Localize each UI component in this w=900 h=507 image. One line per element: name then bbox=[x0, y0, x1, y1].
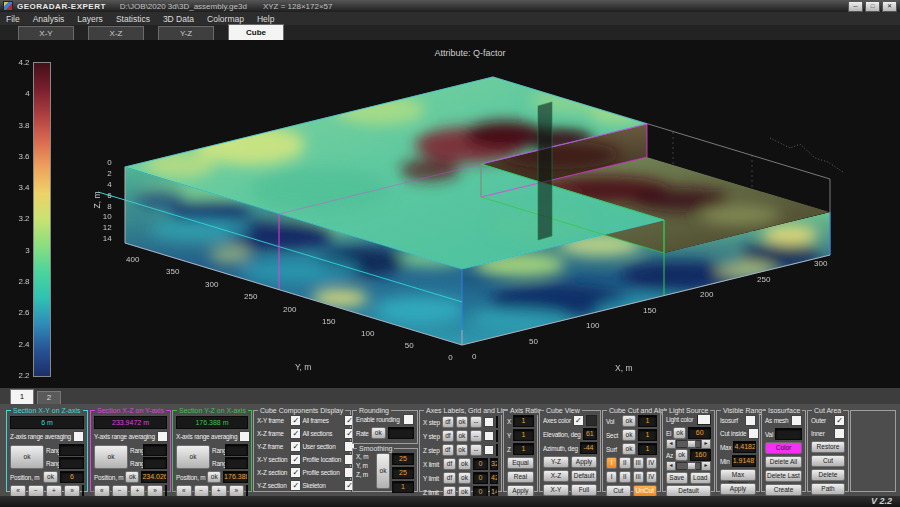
yz-position-field[interactable]: 176.388 bbox=[223, 471, 248, 483]
cut-area-delete-button[interactable]: Delete bbox=[811, 469, 845, 481]
xz-position-field[interactable]: 234.026 bbox=[141, 471, 167, 483]
y-range-averaging-checkbox[interactable] bbox=[157, 431, 168, 442]
sect-ok-button[interactable]: ok bbox=[622, 429, 636, 441]
x-range-averaging-checkbox[interactable] bbox=[239, 431, 250, 442]
view-full-button[interactable]: Full bbox=[571, 484, 597, 496]
x-limit-df-button[interactable]: df bbox=[443, 458, 456, 470]
outer-checkbox[interactable]: ✓ bbox=[834, 415, 845, 426]
light-save-button[interactable]: Save bbox=[666, 472, 688, 484]
light-elevation-field[interactable]: 60 bbox=[688, 427, 711, 439]
menu-statistics[interactable]: Statistics bbox=[116, 14, 150, 24]
yz-section-checkbox[interactable]: ✓ bbox=[290, 480, 301, 491]
x-step-grid-button[interactable]: -- bbox=[470, 416, 482, 428]
menu-layers[interactable]: Layers bbox=[77, 14, 103, 24]
vol-ok-button[interactable]: ok bbox=[622, 415, 636, 427]
rate-field[interactable] bbox=[388, 427, 414, 439]
menu-colormap[interactable]: Colormap bbox=[207, 14, 244, 24]
smoothing-y-field[interactable]: 25 bbox=[392, 467, 414, 479]
light-azimuth-slider[interactable]: ◄► bbox=[666, 462, 711, 470]
restore-button[interactable]: Restore bbox=[811, 441, 845, 453]
tab-cube[interactable]: Cube bbox=[228, 24, 284, 40]
octant-2-top-button[interactable]: II bbox=[619, 457, 630, 469]
as-mesh-checkbox[interactable] bbox=[791, 415, 802, 426]
xz-position-ok-button[interactable]: ok bbox=[125, 471, 139, 483]
menu-analysis[interactable]: Analysis bbox=[33, 14, 65, 24]
xy-frame-checkbox[interactable]: ✓ bbox=[290, 415, 301, 426]
tab-y-z[interactable]: Y-Z bbox=[158, 26, 214, 40]
z-range-averaging-checkbox[interactable] bbox=[73, 431, 84, 442]
colorbar[interactable] bbox=[33, 62, 51, 377]
inner-checkbox[interactable] bbox=[834, 428, 845, 439]
octant-1-top-button[interactable]: I bbox=[606, 457, 617, 469]
vol-alpha-field[interactable]: 1 bbox=[638, 415, 657, 427]
z-step-ok-button[interactable]: ok bbox=[456, 444, 468, 456]
smoothing-x-field[interactable]: 25 bbox=[392, 453, 414, 465]
yz-position-ok-button[interactable]: ok bbox=[207, 471, 221, 483]
yz-range-ok-button[interactable]: ok bbox=[176, 445, 210, 469]
slider-right-arrow[interactable]: ► bbox=[701, 461, 711, 471]
y-step-grid-button[interactable]: -- bbox=[470, 430, 482, 442]
xz-frame-checkbox[interactable]: ✓ bbox=[290, 428, 301, 439]
axes-color-checkbox[interactable]: ✓ bbox=[573, 415, 584, 426]
max-range-button[interactable]: Max Range bbox=[720, 469, 756, 481]
azimuth-light-ok-button[interactable]: ok bbox=[675, 449, 688, 461]
enable-rounding-checkbox[interactable] bbox=[403, 414, 414, 425]
isosurface-color-button[interactable]: Color bbox=[765, 442, 802, 454]
sect-alpha-field[interactable]: 1 bbox=[638, 429, 657, 441]
panel-page-tab-2[interactable]: 2 bbox=[37, 391, 61, 404]
surf-ok-button[interactable]: ok bbox=[622, 443, 636, 455]
view-yz-button[interactable]: Y-Z bbox=[543, 456, 569, 468]
y-step-field[interactable]: 50 bbox=[496, 430, 498, 442]
isosurface-val-field[interactable] bbox=[775, 428, 802, 440]
xy-range-limit-1-field[interactable] bbox=[59, 444, 84, 456]
xy-section-checkbox[interactable]: ✓ bbox=[290, 454, 301, 465]
octant-2-bottom-button[interactable]: II bbox=[619, 471, 630, 483]
y-step-ok-button[interactable]: ok bbox=[456, 430, 468, 442]
smoothing-ok-button[interactable]: ok bbox=[376, 453, 390, 489]
y-step-checkbox[interactable] bbox=[484, 431, 494, 441]
light-color-swatch[interactable] bbox=[697, 414, 711, 425]
xy-position-field[interactable]: 6 bbox=[60, 471, 84, 483]
z-step-checkbox[interactable] bbox=[484, 445, 494, 455]
range-max-field[interactable]: 4.41821 bbox=[733, 441, 756, 453]
menu-3d-data[interactable]: 3D Data bbox=[163, 14, 194, 24]
ratio-equal-button[interactable]: Equal bbox=[507, 457, 534, 469]
xy-position-ok-button[interactable]: ok bbox=[43, 471, 58, 483]
z-step-df-button[interactable]: df bbox=[442, 444, 454, 456]
ratio-z-field[interactable]: 1 bbox=[513, 443, 534, 455]
axes-color-swatch[interactable] bbox=[586, 415, 597, 426]
path-button[interactable]: Path bbox=[811, 483, 845, 495]
view-default-button[interactable]: Default bbox=[571, 470, 597, 482]
create-button[interactable]: Create bbox=[765, 484, 802, 496]
tab-x-y[interactable]: X-Y bbox=[18, 26, 74, 40]
panel-page-tab-1[interactable]: 1 bbox=[10, 389, 34, 404]
octant-1-bottom-button[interactable]: I bbox=[606, 471, 617, 483]
yz-range-limit-2-field[interactable] bbox=[225, 457, 248, 469]
x-step-df-button[interactable]: df bbox=[442, 416, 454, 428]
view-apply-button[interactable]: Apply bbox=[571, 456, 597, 468]
view-xz-button[interactable]: X-Z bbox=[543, 470, 569, 482]
ratio-y-field[interactable]: 1 bbox=[513, 429, 534, 441]
y-limit-ok-button[interactable]: ok bbox=[458, 472, 471, 484]
y-limit-min-field[interactable]: 0 bbox=[473, 472, 488, 484]
light-elevation-slider[interactable]: ◄► bbox=[666, 440, 711, 448]
x-limit-max-field[interactable]: 320.6 bbox=[490, 458, 498, 470]
range-min-field[interactable]: 1.91487 bbox=[732, 455, 756, 467]
z-step-grid-button[interactable]: -- bbox=[470, 444, 482, 456]
y-step-df-button[interactable]: df bbox=[442, 430, 454, 442]
range-apply-button[interactable]: Apply bbox=[720, 483, 756, 495]
isosurf-checkbox[interactable] bbox=[745, 415, 756, 426]
delete-last-button[interactable]: Delete Last bbox=[765, 470, 802, 482]
xz-range-limit-1-field[interactable] bbox=[143, 444, 167, 456]
ratio-real-button[interactable]: Real bbox=[507, 471, 534, 483]
octant-4-top-button[interactable]: IV bbox=[646, 457, 657, 469]
x-step-field[interactable]: 50 bbox=[496, 416, 498, 428]
light-azimuth-field[interactable]: 160 bbox=[690, 449, 711, 461]
slider-left-arrow[interactable]: ◄ bbox=[666, 461, 676, 471]
cut-area-cut-button[interactable]: Cut bbox=[811, 455, 845, 467]
x-step-ok-button[interactable]: ok bbox=[456, 416, 468, 428]
y-limit-max-field[interactable]: 429.9 bbox=[490, 472, 498, 484]
z-step-field[interactable]: 2 bbox=[496, 444, 498, 456]
menu-help[interactable]: Help bbox=[257, 14, 274, 24]
smoothing-z-field[interactable]: 1 bbox=[392, 481, 414, 493]
